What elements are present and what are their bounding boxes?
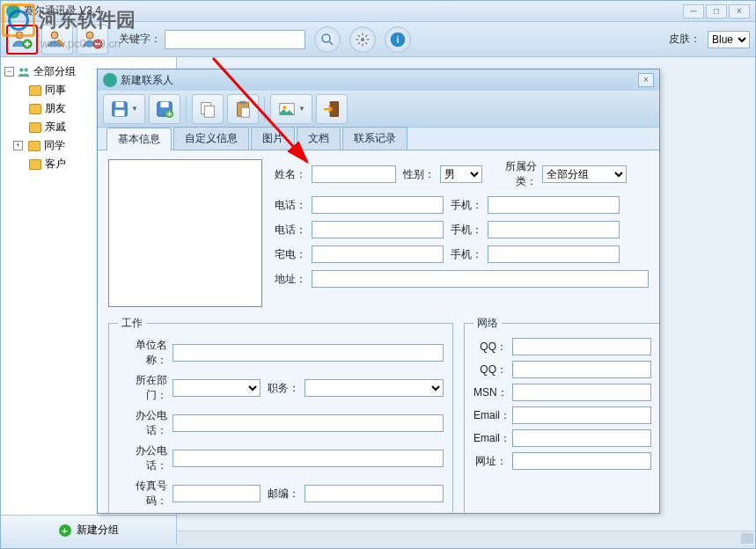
work-fieldset: 工作 单位名称： 所在部门：职务： 办公电话： 办公电话： 传真号码：邮编： 单… — [108, 316, 453, 513]
folder-icon — [29, 104, 41, 114]
svg-point-9 — [19, 68, 23, 71]
tab-basic[interactable]: 基本信息 — [106, 128, 172, 150]
email1-input[interactable] — [512, 406, 651, 424]
copy-button[interactable] — [192, 94, 224, 124]
keyword-label: 关键字： — [119, 32, 161, 47]
home-label: 宅电： — [273, 247, 306, 262]
svg-text:i: i — [397, 35, 400, 45]
keyword-input[interactable] — [165, 30, 305, 49]
email2-input[interactable] — [512, 429, 651, 447]
gender-select[interactable]: 男 — [440, 165, 482, 183]
exit-button[interactable] — [316, 94, 348, 124]
skin-label: 皮肤： — [669, 32, 701, 47]
svg-point-10 — [24, 68, 27, 71]
mobile3-input[interactable] — [488, 245, 620, 263]
office-phone2-input[interactable] — [172, 450, 444, 467]
home-input[interactable] — [312, 245, 444, 263]
svg-point-0 — [16, 32, 23, 39]
settings-button[interactable] — [349, 26, 376, 53]
dept-select[interactable] — [172, 379, 261, 397]
name-input[interactable] — [312, 165, 396, 183]
expand-icon[interactable]: + — [13, 141, 23, 150]
skin-select[interactable]: Blue — [708, 31, 750, 48]
network-legend: 网络 — [473, 316, 502, 331]
svg-rect-13 — [115, 109, 125, 115]
category-label: 所属分类： — [488, 159, 537, 189]
address-input[interactable] — [312, 270, 649, 288]
dialog-tabs: 基本信息 自定义信息 图片 文档 联系记录 — [98, 128, 659, 150]
network-fieldset: 网络 QQ： QQ： MSN： Email： Email： 网址： — [464, 316, 659, 513]
svg-rect-15 — [160, 101, 168, 106]
paste-button[interactable] — [227, 94, 259, 124]
folder-icon — [29, 122, 41, 133]
svg-point-5 — [322, 34, 330, 42]
phone-label: 电话： — [273, 198, 306, 213]
folder-icon — [29, 159, 41, 170]
folder-icon — [28, 141, 40, 151]
info-button[interactable]: i — [385, 26, 411, 53]
tab-custom[interactable]: 自定义信息 — [173, 127, 249, 150]
minimize-button[interactable]: ─ — [683, 4, 704, 18]
mobile-label: 手机： — [449, 223, 482, 238]
main-toolbar: 关键字： i 皮肤： Blue — [1, 22, 755, 57]
company-input[interactable] — [172, 344, 444, 362]
zip-input[interactable] — [305, 485, 444, 502]
people-icon — [18, 66, 30, 78]
app-title: 赛尔通讯录 V3.4 — [24, 4, 683, 18]
svg-rect-18 — [204, 106, 214, 117]
photo-box[interactable] — [108, 159, 262, 307]
dialog-titlebar: 新建联系人 × — [98, 70, 659, 91]
maximize-button[interactable]: □ — [706, 4, 727, 18]
mobile-label: 手机： — [449, 247, 482, 262]
work-legend: 工作 — [118, 316, 146, 331]
mobile2-input[interactable] — [488, 221, 620, 238]
fax-input[interactable] — [172, 485, 261, 502]
tab-document[interactable]: 文档 — [297, 127, 341, 150]
name-label: 姓名： — [273, 167, 306, 182]
svg-rect-21 — [241, 107, 249, 117]
folder-icon — [29, 85, 41, 96]
svg-point-23 — [283, 106, 286, 109]
scrollbar-horizontal[interactable] — [177, 531, 755, 545]
dialog-title: 新建联系人 — [121, 73, 638, 88]
category-select[interactable]: 全部分组 — [542, 165, 627, 183]
save-as-button[interactable] — [149, 94, 180, 124]
website-input[interactable] — [512, 452, 651, 470]
msn-input[interactable] — [512, 384, 651, 401]
phone1-input[interactable] — [312, 196, 444, 214]
search-button[interactable] — [314, 26, 341, 53]
address-label: 地址： — [273, 272, 306, 287]
svg-point-6 — [361, 37, 365, 41]
svg-rect-12 — [115, 101, 123, 106]
tab-history[interactable]: 联系记录 — [342, 127, 407, 150]
expand-icon[interactable]: − — [4, 67, 14, 77]
office-phone1-input[interactable] — [172, 414, 444, 432]
dialog-close-button[interactable]: × — [638, 73, 654, 87]
main-titlebar: 赛尔通讯录 V3.4 ─ □ × — [1, 1, 755, 22]
new-contact-button[interactable] — [6, 25, 38, 55]
svg-point-2 — [51, 32, 58, 39]
plus-icon: + — [59, 524, 71, 537]
app-icon — [6, 4, 20, 18]
close-button[interactable]: × — [729, 4, 750, 18]
qq1-input[interactable] — [512, 338, 651, 355]
svg-point-3 — [86, 32, 93, 39]
phone-label: 电话： — [273, 223, 306, 238]
qq2-input[interactable] — [512, 361, 651, 378]
save-button[interactable]: ▼ — [103, 94, 145, 124]
form-basic: 姓名： 性别： 男 所属分类： 全部分组 电话： 手机： 电话： 手机： — [98, 150, 659, 513]
dialog-icon — [103, 73, 117, 87]
new-group-button[interactable]: + 新建分组 — [1, 515, 176, 545]
dialog-toolbar: ▼ ▼ — [98, 91, 659, 128]
position-select[interactable] — [305, 379, 444, 397]
edit-contact-button[interactable] — [41, 25, 73, 55]
delete-contact-button[interactable] — [77, 25, 108, 55]
scroll-right-icon[interactable] — [741, 533, 753, 544]
new-contact-dialog: 新建联系人 × ▼ ▼ 基本信息 自定义信息 图片 文档 联系记录 姓名： 性别… — [97, 69, 660, 514]
image-button[interactable]: ▼ — [270, 94, 312, 124]
gender-label: 性别： — [401, 167, 435, 182]
svg-rect-20 — [239, 100, 246, 104]
mobile1-input[interactable] — [488, 196, 620, 214]
phone2-input[interactable] — [312, 221, 444, 238]
tab-picture[interactable]: 图片 — [251, 127, 295, 150]
